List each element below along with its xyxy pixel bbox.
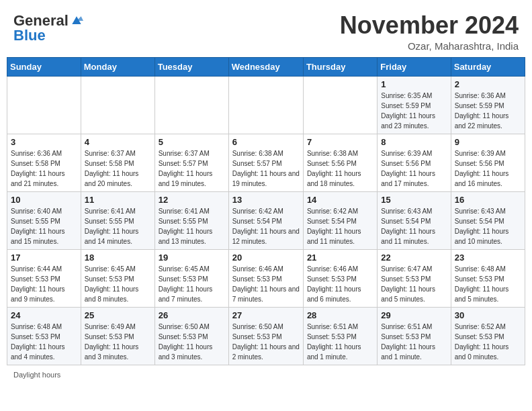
day-number: 2 <box>455 79 521 89</box>
day-info: Sunrise: 6:37 AM Sunset: 5:57 PM Dayligh… <box>159 148 225 189</box>
calendar-cell: 13Sunrise: 6:42 AM Sunset: 5:54 PM Dayli… <box>228 191 303 249</box>
day-number: 23 <box>455 253 521 263</box>
calendar-cell: 20Sunrise: 6:46 AM Sunset: 5:53 PM Dayli… <box>228 249 303 307</box>
calendar-cell: 23Sunrise: 6:48 AM Sunset: 5:53 PM Dayli… <box>451 249 525 307</box>
calendar-cell: 19Sunrise: 6:45 AM Sunset: 5:53 PM Dayli… <box>154 249 228 307</box>
title-block: November 2024 Ozar, Maharashtra, India <box>340 12 519 52</box>
day-number: 8 <box>381 137 447 147</box>
calendar-cell: 21Sunrise: 6:46 AM Sunset: 5:53 PM Dayli… <box>303 249 377 307</box>
day-number: 4 <box>85 137 151 147</box>
day-info: Sunrise: 6:45 AM Sunset: 5:53 PM Dayligh… <box>159 264 225 304</box>
calendar-cell: 30Sunrise: 6:52 AM Sunset: 5:53 PM Dayli… <box>451 307 525 365</box>
day-number: 12 <box>159 195 225 205</box>
day-info: Sunrise: 6:48 AM Sunset: 5:53 PM Dayligh… <box>11 322 77 362</box>
calendar-cell: 14Sunrise: 6:42 AM Sunset: 5:54 PM Dayli… <box>303 191 377 249</box>
calendar-cell: 27Sunrise: 6:50 AM Sunset: 5:53 PM Dayli… <box>228 307 303 365</box>
day-info: Sunrise: 6:46 AM Sunset: 5:53 PM Dayligh… <box>232 264 300 304</box>
day-number: 19 <box>159 253 225 263</box>
calendar-cell: 4Sunrise: 6:37 AM Sunset: 5:58 PM Daylig… <box>81 134 154 191</box>
calendar-cell: 12Sunrise: 6:41 AM Sunset: 5:55 PM Dayli… <box>154 191 228 249</box>
calendar-cell: 17Sunrise: 6:44 AM Sunset: 5:53 PM Dayli… <box>7 249 81 307</box>
day-number: 27 <box>232 310 300 320</box>
calendar-cell: 5Sunrise: 6:37 AM Sunset: 5:57 PM Daylig… <box>154 134 228 191</box>
calendar-cell <box>81 76 154 134</box>
calendar-day-header: Sunday <box>7 57 81 76</box>
calendar-cell: 8Sunrise: 6:39 AM Sunset: 5:56 PM Daylig… <box>378 134 451 191</box>
calendar-header-row: SundayMondayTuesdayWednesdayThursdayFrid… <box>7 57 525 76</box>
day-info: Sunrise: 6:35 AM Sunset: 5:59 PM Dayligh… <box>381 91 447 131</box>
logo-blue-text: Blue <box>13 27 46 44</box>
day-number: 21 <box>307 253 373 263</box>
day-number: 7 <box>307 137 373 147</box>
calendar-table: SundayMondayTuesdayWednesdayThursdayFrid… <box>7 57 525 365</box>
day-info: Sunrise: 6:51 AM Sunset: 5:53 PM Dayligh… <box>307 322 373 362</box>
day-number: 22 <box>381 253 447 263</box>
location: Ozar, Maharashtra, India <box>340 40 519 52</box>
logo: General Blue <box>13 12 83 44</box>
day-info: Sunrise: 6:38 AM Sunset: 5:56 PM Dayligh… <box>307 148 373 189</box>
day-number: 9 <box>455 137 521 147</box>
calendar-cell: 6Sunrise: 6:38 AM Sunset: 5:57 PM Daylig… <box>228 134 303 191</box>
calendar-week-row: 1Sunrise: 6:35 AM Sunset: 5:59 PM Daylig… <box>7 76 525 134</box>
calendar-day-header: Saturday <box>451 57 525 76</box>
day-info: Sunrise: 6:43 AM Sunset: 5:54 PM Dayligh… <box>381 206 447 246</box>
day-number: 5 <box>159 137 225 147</box>
day-info: Sunrise: 6:46 AM Sunset: 5:53 PM Dayligh… <box>307 264 373 304</box>
day-number: 17 <box>11 253 77 263</box>
calendar-cell: 9Sunrise: 6:39 AM Sunset: 5:56 PM Daylig… <box>451 134 525 191</box>
day-info: Sunrise: 6:47 AM Sunset: 5:53 PM Dayligh… <box>381 264 447 304</box>
calendar-day-header: Tuesday <box>154 57 228 76</box>
calendar-day-header: Thursday <box>303 57 377 76</box>
month-title: November 2024 <box>340 12 519 39</box>
calendar-cell: 25Sunrise: 6:49 AM Sunset: 5:53 PM Dayli… <box>81 307 154 365</box>
calendar-cell: 7Sunrise: 6:38 AM Sunset: 5:56 PM Daylig… <box>303 134 377 191</box>
calendar-cell: 26Sunrise: 6:50 AM Sunset: 5:53 PM Dayli… <box>154 307 228 365</box>
calendar-cell: 11Sunrise: 6:41 AM Sunset: 5:55 PM Dayli… <box>81 191 154 249</box>
day-info: Sunrise: 6:42 AM Sunset: 5:54 PM Dayligh… <box>307 206 373 246</box>
day-info: Sunrise: 6:38 AM Sunset: 5:57 PM Dayligh… <box>232 148 300 189</box>
calendar-cell: 2Sunrise: 6:36 AM Sunset: 5:59 PM Daylig… <box>451 76 525 134</box>
calendar-cell: 16Sunrise: 6:43 AM Sunset: 5:54 PM Dayli… <box>451 191 525 249</box>
day-number: 11 <box>85 195 151 205</box>
day-info: Sunrise: 6:44 AM Sunset: 5:53 PM Dayligh… <box>11 264 77 304</box>
day-info: Sunrise: 6:41 AM Sunset: 5:55 PM Dayligh… <box>159 206 225 246</box>
day-number: 1 <box>381 79 447 89</box>
day-number: 29 <box>381 310 447 320</box>
day-number: 16 <box>455 195 521 205</box>
calendar-cell: 1Sunrise: 6:35 AM Sunset: 5:59 PM Daylig… <box>378 76 451 134</box>
day-info: Sunrise: 6:36 AM Sunset: 5:59 PM Dayligh… <box>455 91 521 131</box>
day-info: Sunrise: 6:37 AM Sunset: 5:58 PM Dayligh… <box>85 148 151 189</box>
calendar-week-row: 3Sunrise: 6:36 AM Sunset: 5:58 PM Daylig… <box>7 134 525 191</box>
day-number: 3 <box>11 137 77 147</box>
day-number: 10 <box>11 195 77 205</box>
day-number: 26 <box>159 310 225 320</box>
day-info: Sunrise: 6:42 AM Sunset: 5:54 PM Dayligh… <box>232 206 300 246</box>
day-number: 28 <box>307 310 373 320</box>
calendar-cell: 29Sunrise: 6:51 AM Sunset: 5:53 PM Dayli… <box>378 307 451 365</box>
day-info: Sunrise: 6:52 AM Sunset: 5:53 PM Dayligh… <box>455 322 521 362</box>
calendar-cell: 28Sunrise: 6:51 AM Sunset: 5:53 PM Dayli… <box>303 307 377 365</box>
day-info: Sunrise: 6:50 AM Sunset: 5:53 PM Dayligh… <box>232 322 300 362</box>
day-info: Sunrise: 6:40 AM Sunset: 5:55 PM Dayligh… <box>11 206 77 246</box>
calendar-cell: 24Sunrise: 6:48 AM Sunset: 5:53 PM Dayli… <box>7 307 81 365</box>
day-number: 30 <box>455 310 521 320</box>
page-header: General Blue November 2024 Ozar, Maharas… <box>7 7 525 52</box>
calendar-cell: 10Sunrise: 6:40 AM Sunset: 5:55 PM Dayli… <box>7 191 81 249</box>
calendar-week-row: 10Sunrise: 6:40 AM Sunset: 5:55 PM Dayli… <box>7 191 525 249</box>
footer-note: Daylight hours <box>7 371 525 379</box>
calendar-cell: 22Sunrise: 6:47 AM Sunset: 5:53 PM Dayli… <box>378 249 451 307</box>
day-number: 6 <box>232 137 300 147</box>
day-number: 24 <box>11 310 77 320</box>
logo-icon <box>70 14 83 28</box>
calendar-cell: 3Sunrise: 6:36 AM Sunset: 5:58 PM Daylig… <box>7 134 81 191</box>
calendar-cell: 18Sunrise: 6:45 AM Sunset: 5:53 PM Dayli… <box>81 249 154 307</box>
calendar-day-header: Monday <box>81 57 154 76</box>
calendar-week-row: 17Sunrise: 6:44 AM Sunset: 5:53 PM Dayli… <box>7 249 525 307</box>
day-number: 25 <box>85 310 151 320</box>
calendar-cell <box>303 76 377 134</box>
day-info: Sunrise: 6:51 AM Sunset: 5:53 PM Dayligh… <box>381 322 447 362</box>
day-number: 20 <box>232 253 300 263</box>
day-info: Sunrise: 6:48 AM Sunset: 5:53 PM Dayligh… <box>455 264 521 304</box>
day-number: 15 <box>381 195 447 205</box>
day-number: 14 <box>307 195 373 205</box>
